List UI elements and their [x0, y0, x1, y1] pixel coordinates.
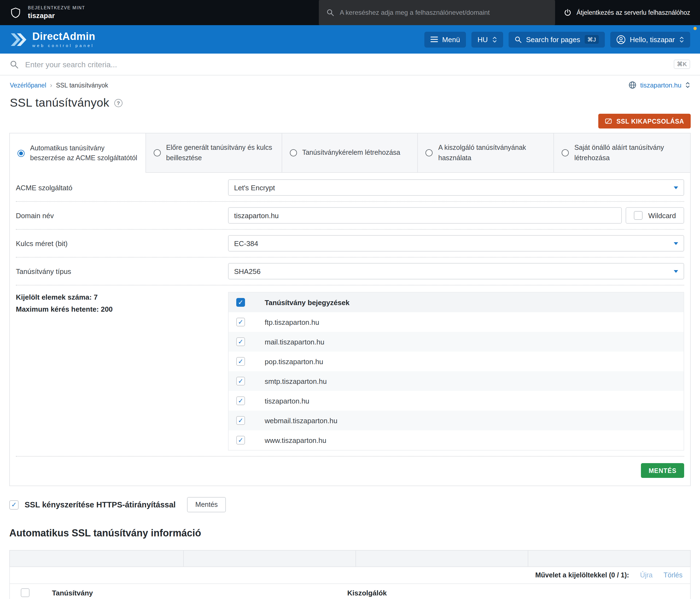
- radio-icon: [426, 149, 433, 156]
- current-domain: tiszaparton.hu: [640, 81, 681, 89]
- entry-domain: www.tiszaparton.hu: [265, 436, 326, 444]
- page-search-bar[interactable]: ⌘K: [0, 54, 700, 75]
- entry-checkbox[interactable]: [236, 357, 245, 366]
- system-topbar: BEJELENTKEZVE MINT tiszapar Átjelentkezé…: [0, 0, 700, 25]
- language-selector[interactable]: HU: [471, 31, 503, 47]
- acme-provider-row: ACME szolgáltató Let's Encrypt: [16, 174, 684, 202]
- notification-dot: [694, 27, 697, 30]
- subtable-column-servers: Kiszolgálók: [347, 589, 387, 597]
- ssl-method-tab[interactable]: A kiszolgáló tanúsítványának használata: [418, 133, 554, 173]
- brand-text: DirectAdmin web control panel: [32, 31, 95, 48]
- search-icon: [515, 36, 522, 43]
- save-button[interactable]: MENTÉS: [641, 463, 684, 478]
- tab-label: Automatikus tanúsítvány beszerzése az AC…: [30, 143, 138, 163]
- tab-label: A kiszolgáló tanúsítványának használata: [438, 143, 546, 163]
- ssl-method-tab[interactable]: Saját önálló aláírt tanúsítvány létrehoz…: [554, 133, 690, 173]
- power-icon: [564, 9, 572, 17]
- user-menu-button[interactable]: Hello, tiszapar: [610, 31, 690, 47]
- search-pages-label: Search for pages: [526, 35, 580, 44]
- domain-switcher[interactable]: tiszaparton.hu: [628, 81, 690, 89]
- wildcard-checkbox[interactable]: [634, 211, 643, 220]
- info-table-column-header[interactable]: [356, 551, 528, 567]
- force-ssl-save-button[interactable]: Mentés: [187, 497, 226, 512]
- page-actions: SSL KIKAPCSOLÁSA: [0, 114, 700, 128]
- impersonated-username: tiszapar: [28, 11, 85, 20]
- radio-icon: [154, 149, 161, 156]
- chevron-updown-icon: [492, 36, 497, 43]
- wildcard-control[interactable]: Wildcard: [626, 207, 684, 224]
- key-size-value: EC-384: [234, 239, 258, 247]
- chevron-updown-icon: [685, 81, 690, 89]
- entry-checkbox[interactable]: [236, 436, 245, 445]
- entry-domain: pop.tiszaparton.hu: [265, 357, 323, 366]
- bulk-actions-row: Művelet a kijelöltekkel (0 / 1): Újra Tö…: [9, 567, 691, 584]
- cert-type-value: SHA256: [234, 267, 260, 275]
- certificate-entry-row: webmail.tiszaparton.hu: [229, 410, 683, 430]
- bulk-retry-link[interactable]: Újra: [640, 571, 653, 579]
- force-ssl-checkbox[interactable]: [9, 500, 19, 509]
- acme-provider-label: ACME szolgáltató: [16, 183, 228, 192]
- directadmin-app: BEJELENTKEZVE MINT tiszapar Átjelentkezé…: [0, 0, 700, 599]
- title-row: SSL tanúsítványok: [0, 96, 700, 110]
- certificate-entry-row: tiszaparton.hu: [229, 391, 683, 410]
- info-table-column-header[interactable]: [10, 551, 184, 567]
- brand-name: DirectAdmin: [32, 31, 95, 41]
- max-requests: Maximum kérés hetente: 200: [16, 305, 228, 313]
- breadcrumb-dashboard-link[interactable]: Vezérlőpanel: [10, 82, 46, 88]
- entries-table-header: Tanúsítvány bejegyzések: [229, 293, 683, 312]
- breadcrumb: Vezérlőpanel › SSL tanúsítványok tiszapa…: [0, 81, 700, 89]
- save-row: MENTÉS: [16, 456, 684, 485]
- entry-checkbox[interactable]: [236, 416, 245, 425]
- brand-logo[interactable]: DirectAdmin web control panel: [10, 31, 95, 48]
- subtable-column-certificate: Tanúsítvány: [52, 589, 347, 597]
- entry-checkbox[interactable]: [236, 377, 245, 385]
- brand-tagline: web control panel: [32, 43, 95, 48]
- cert-type-select[interactable]: SHA256: [228, 263, 684, 279]
- search-pages-button[interactable]: Search for pages ⌘J: [508, 31, 605, 47]
- entries-header-label: Tanúsítvány bejegyzések: [265, 298, 349, 306]
- entry-domain: webmail.tiszaparton.hu: [265, 416, 338, 425]
- entry-checkbox[interactable]: [236, 396, 245, 405]
- certificate-entry-row: ftp.tiszaparton.hu: [229, 312, 683, 332]
- info-table-column-header[interactable]: [184, 551, 356, 567]
- help-icon[interactable]: [114, 99, 123, 107]
- search-pages-shortcut: ⌘J: [584, 35, 599, 44]
- menu-label: Menü: [442, 35, 460, 44]
- subtable-select-all-checkbox[interactable]: [21, 588, 29, 597]
- ssl-method-tab[interactable]: Előre generált tanúsítvány és kulcs beil…: [146, 133, 282, 173]
- disable-ssl-button[interactable]: SSL KIKAPCSOLÁSA: [598, 114, 691, 128]
- bulk-delete-link[interactable]: Törlés: [664, 571, 682, 579]
- info-table-column-header[interactable]: [528, 551, 690, 567]
- entry-checkbox[interactable]: [236, 318, 245, 326]
- tab-label: Saját önálló aláírt tanúsítvány létrehoz…: [574, 143, 682, 163]
- wildcard-label: Wildcard: [648, 211, 676, 220]
- domain-input[interactable]: [228, 207, 622, 224]
- ssl-off-icon: [605, 118, 612, 125]
- ssl-method-tabs: Automatikus tanúsítvány beszerzése az AC…: [10, 133, 690, 173]
- logged-in-as-label: BEJELENTKEZVE MINT: [28, 5, 85, 10]
- cert-type-row: Tanúsítvány típus SHA256: [16, 257, 684, 285]
- relogin-label: Átjelentkezés az serverlu felhasználóhoz: [576, 9, 690, 16]
- user-domain-search[interactable]: [319, 0, 555, 25]
- logged-in-as: BEJELENTKEZVE MINT tiszapar: [10, 0, 85, 25]
- select-all-checkbox[interactable]: [236, 298, 245, 307]
- domain-row: Domain név Wildcard: [16, 202, 684, 230]
- acme-provider-select[interactable]: Let's Encrypt: [228, 179, 684, 196]
- ssl-method-tab[interactable]: Tanúsítványkérelem létrehozása: [282, 133, 418, 173]
- language-code: HU: [477, 35, 488, 44]
- key-size-label: Kulcs méret (bit): [16, 239, 228, 247]
- page-search-input[interactable]: [25, 60, 667, 69]
- key-size-select[interactable]: EC-384: [228, 235, 684, 251]
- info-table-header: [9, 550, 691, 567]
- certificate-entry-row: www.tiszaparton.hu: [229, 430, 683, 450]
- entry-domain: tiszaparton.hu: [265, 397, 309, 405]
- relogin-button[interactable]: Átjelentkezés az serverlu felhasználóhoz: [555, 0, 700, 25]
- auto-ssl-info-table: Művelet a kijelöltekkel (0 / 1): Újra Tö…: [9, 550, 691, 599]
- selected-count: Kijelölt elemek száma: 7: [16, 293, 228, 301]
- ssl-method-tab[interactable]: Automatikus tanúsítvány beszerzése az AC…: [10, 133, 146, 173]
- acme-provider-value: Let's Encrypt: [234, 183, 275, 192]
- user-domain-search-input[interactable]: [340, 9, 547, 17]
- entry-domain: mail.tiszaparton.hu: [265, 338, 324, 346]
- entry-checkbox[interactable]: [236, 338, 245, 346]
- menu-button[interactable]: Menü: [424, 31, 466, 47]
